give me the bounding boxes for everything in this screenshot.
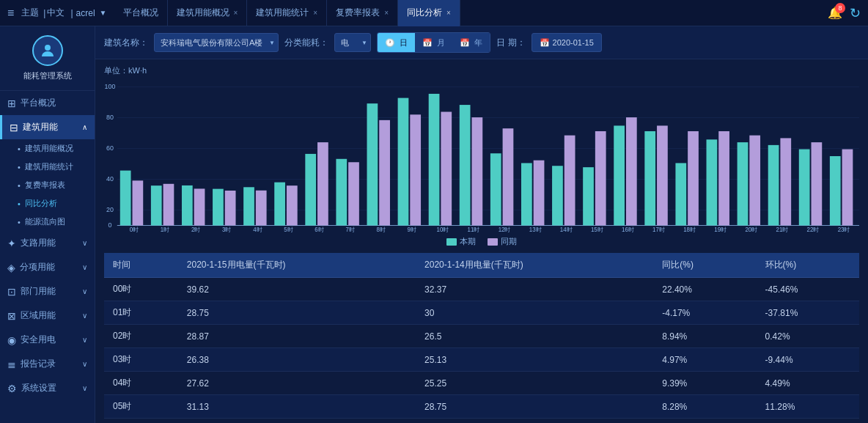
table-row: 00时 39.62 32.37 22.40% -45.46%: [104, 278, 859, 301]
svg-rect-37: [367, 103, 378, 225]
cell-prev: 25.13: [416, 348, 653, 372]
svg-text:5时: 5时: [284, 227, 293, 233]
svg-rect-74: [749, 136, 760, 226]
category-label: 分类能耗：: [284, 37, 328, 49]
cell-mom: 0.42%: [757, 325, 859, 348]
tab-building-stats[interactable]: 建筑用能统计 ×: [247, 0, 327, 26]
close-icon[interactable]: ×: [384, 9, 389, 17]
cell-curr: 39.62: [178, 278, 416, 301]
sub-building-stats[interactable]: 建筑用能统计: [12, 158, 95, 176]
svg-rect-83: [842, 150, 853, 226]
cell-curr: 28.87: [178, 325, 416, 348]
close-icon[interactable]: ×: [313, 9, 317, 17]
chart-area: 100 80 60 40 20 0 0时1时2时3时4时5时6时7时8时9时10…: [104, 79, 859, 233]
cell-time: 00时: [104, 278, 178, 301]
svg-rect-17: [163, 184, 174, 226]
svg-rect-43: [429, 94, 440, 226]
sidebar-label: 安全用电: [21, 334, 56, 346]
svg-text:11时: 11时: [468, 227, 480, 233]
building-icon: ⊟: [10, 122, 18, 133]
filter-bar: 建筑名称： 安科瑞电气股份有限公司A楼 分类能耗： 电 🕐 日 📅: [95, 26, 868, 59]
region-icon: ⊠: [7, 310, 16, 322]
svg-rect-34: [336, 159, 347, 226]
user-label: acrel: [76, 8, 95, 18]
svg-rect-56: [564, 136, 575, 226]
svg-text:0: 0: [108, 221, 111, 228]
time-btn-group: 🕐 日 📅 月 📅 年: [377, 32, 490, 53]
svg-text:15时: 15时: [591, 227, 603, 233]
dept-icon: ⊡: [7, 286, 16, 298]
sidebar: 能耗管理系统 ⊞ 平台概况 ⊟ 建筑用能 ∧ 建筑用能概况 建筑用能统计 复费率…: [0, 26, 95, 423]
col-mom: 环比(%): [757, 253, 859, 278]
svg-text:2时: 2时: [191, 227, 200, 233]
category-select-wrapper: 电: [334, 33, 371, 52]
sidebar-item-branch[interactable]: ✦ 支路用能 ∨: [0, 231, 95, 255]
sidebar-item-region[interactable]: ⊠ 区域用能 ∨: [0, 304, 95, 328]
month-btn[interactable]: 📅 月: [415, 33, 452, 52]
sidebar-item-dept[interactable]: ⊡ 部门用能 ∨: [0, 279, 95, 304]
tab-rate-report[interactable]: 复费率报表 ×: [327, 0, 398, 26]
cell-mom: 11.28%: [757, 395, 859, 419]
building-select[interactable]: 安科瑞电气股份有限公司A楼: [154, 33, 279, 52]
svg-text:22时: 22时: [807, 227, 820, 233]
cell-prev: 30: [416, 301, 653, 325]
close-icon[interactable]: ×: [234, 9, 238, 17]
svg-rect-28: [274, 183, 285, 226]
cell-mom: -37.81%: [757, 301, 859, 325]
sidebar-item-building[interactable]: ⊟ 建筑用能 ∧: [0, 115, 95, 139]
sub-rate-report[interactable]: 复费率报表: [12, 176, 95, 194]
nav-right: 🔔 8 ↻: [828, 5, 861, 21]
tab-yoy-analysis[interactable]: 同比分析 ×: [398, 0, 460, 26]
sidebar-item-settings[interactable]: ⚙ 系统设置 ∨: [0, 376, 95, 400]
top-tabs: 平台概况 建筑用能概况 × 建筑用能统计 × 复费率报表 × 同比分析 ×: [114, 0, 828, 26]
svg-point-0: [45, 45, 51, 51]
cell-curr: 31.13: [178, 395, 416, 419]
sidebar-item-report[interactable]: ≣ 报告记录 ∨: [0, 352, 95, 376]
sidebar-label: 区域用能: [21, 309, 56, 322]
lang-label[interactable]: 中文: [47, 7, 65, 19]
svg-rect-26: [256, 191, 267, 226]
svg-rect-32: [317, 142, 328, 225]
sidebar-item-platform[interactable]: ⊞ 平台概况: [0, 91, 95, 115]
svg-rect-13: [120, 171, 131, 226]
menu-icon[interactable]: ≡: [7, 7, 14, 20]
svg-text:8时: 8时: [376, 227, 385, 233]
data-table: 时间 2020-1-15用电量(千瓦时) 2020-1-14用电量(千瓦时) 同…: [104, 253, 859, 423]
chevron-icon: ∨: [82, 239, 87, 247]
svg-rect-65: [657, 125, 668, 225]
day-btn[interactable]: 🕐 日: [378, 33, 415, 52]
year-btn[interactable]: 📅 年: [452, 33, 490, 52]
subitem-icon: ◈: [7, 262, 15, 273]
svg-rect-67: [675, 163, 686, 225]
safety-icon: ◉: [7, 334, 16, 346]
sidebar-label: 平台概况: [21, 97, 56, 109]
notification-area[interactable]: 🔔 8: [828, 6, 842, 20]
svg-text:13时: 13时: [529, 227, 542, 233]
chart-unit: 单位：kW·h: [104, 65, 859, 76]
cell-yoy: 8.28%: [653, 395, 756, 419]
sub-yoy[interactable]: 同比分析: [12, 194, 95, 213]
svg-rect-58: [583, 167, 594, 225]
sidebar-item-safety[interactable]: ◉ 安全用电 ∨: [0, 328, 95, 352]
tab-platform[interactable]: 平台概况: [114, 0, 168, 26]
svg-text:17时: 17时: [652, 227, 665, 233]
svg-text:3时: 3时: [222, 227, 231, 233]
cell-time: 06时: [104, 419, 178, 424]
category-select[interactable]: 电: [334, 33, 371, 52]
chevron-icon: ∧: [82, 123, 87, 131]
date-picker[interactable]: 📅 2020-01-15: [532, 33, 602, 52]
cell-curr: 28.75: [178, 301, 416, 325]
sidebar-item-subitem[interactable]: ◈ 分项用能 ∨: [0, 255, 95, 279]
refresh-icon[interactable]: ↻: [850, 5, 861, 21]
close-icon[interactable]: ×: [446, 9, 451, 17]
svg-text:1时: 1时: [161, 227, 169, 233]
chevron-icon: ∨: [82, 312, 87, 320]
cell-time: 04时: [104, 372, 178, 395]
tab-building-overview[interactable]: 建筑用能概况 ×: [168, 0, 248, 26]
sidebar-label: 部门用能: [21, 285, 56, 298]
cell-yoy: -4.17%: [653, 301, 756, 325]
sub-energy-flow[interactable]: 能源流向图: [12, 213, 95, 231]
platform-icon: ⊞: [7, 98, 16, 109]
sub-building-overview[interactable]: 建筑用能概况: [12, 139, 95, 158]
svg-text:100: 100: [104, 82, 115, 89]
